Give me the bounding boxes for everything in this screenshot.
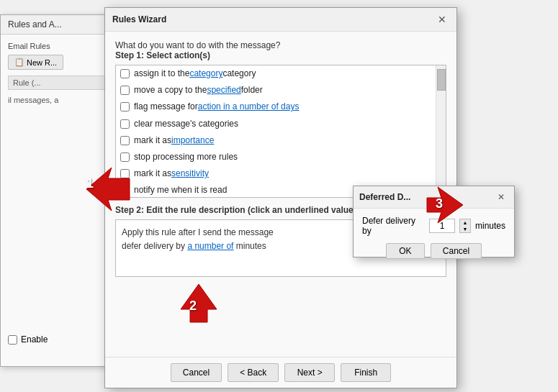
scrollbar[interactable] [436,65,446,197]
action-checkbox-category[interactable] [120,69,130,78]
action-checkbox-mark-importance[interactable] [120,136,130,145]
action-checkbox-clear-categories[interactable] [120,119,130,129]
sensitivity-link[interactable]: sensitivity [171,167,209,181]
rules-wizard-titlebar: Rules Wizard ✕ [105,8,456,32]
deferred-title: Deferred D... [359,192,410,202]
action-checkbox-notify-read[interactable] [120,186,130,195]
category-link[interactable]: category [189,67,222,81]
action-item-stop-processing[interactable]: stop processing more rules [116,149,446,165]
action-item-mark-sensitivity[interactable]: mark it as sensitivity [116,165,446,182]
deferred-ok-button[interactable]: OK [386,243,425,259]
deferred-close[interactable]: ✕ [494,190,508,204]
step1-header: What do you want to do with the message?… [115,40,446,60]
spinner-up[interactable]: ▲ [460,219,470,226]
specified-link[interactable]: specified [207,83,240,97]
action-item-flag[interactable]: flag message for action in a number of d… [116,99,446,115]
action-list[interactable]: assign it to the category category move … [115,65,446,198]
deferred-titlebar: Deferred D... ✕ [354,186,514,209]
deferred-cancel-button[interactable]: Cancel [431,243,482,259]
defer-unit: minutes [475,221,505,231]
action-item-mark-importance[interactable]: mark it as importance [116,132,446,149]
defer-value-input[interactable]: 1 [429,219,455,233]
rules-wizard-title: Rules Wizard [112,14,166,24]
deferred-delivery-dialog: Deferred D... ✕ Defer delivery by 1 ▲ ▼ … [353,186,515,257]
action-checkbox-flag[interactable] [120,102,130,111]
finish-button[interactable]: Finish [341,363,391,382]
action-item-move-copy[interactable]: move a copy to the specified folder [116,82,446,99]
importance-link[interactable]: importance [171,134,214,147]
bg-window-title: Rules and A... [8,19,62,29]
action-checkbox-mark-sensitivity[interactable] [120,169,130,178]
action-item-clear-categories[interactable]: clear message's categories [116,116,446,132]
deferred-body: Defer delivery by 1 ▲ ▼ minutes OK Cance… [354,209,514,265]
defer-input-row: Defer delivery by 1 ▲ ▼ minutes [362,216,505,236]
action-checkbox-stop-processing[interactable] [120,152,130,162]
enable-label: Enable [21,334,48,345]
cancel-button[interactable]: Cancel [171,363,222,382]
new-rule-button[interactable]: 📋 New R... [8,55,63,70]
deferred-footer: OK Cancel [362,243,505,259]
action-item-category[interactable]: assign it to the category category [116,65,446,82]
spinner: ▲ ▼ [459,219,471,233]
defer-label: Defer delivery by [362,216,425,236]
rules-wizard-footer: Cancel < Back Next > Finish [105,357,456,388]
action-checkbox-move-copy[interactable] [120,86,130,95]
back-button[interactable]: < Back [228,363,279,382]
rules-wizard-close[interactable]: ✕ [435,12,449,27]
scrollbar-thumb [437,69,446,91]
enable-checkbox[interactable] [8,335,17,345]
new-rule-icon: 📋 [14,58,24,67]
next-button[interactable]: Next > [284,363,335,382]
action-days-link[interactable]: action in a number of days [198,100,300,114]
rule-desc-number-link[interactable]: a number of [187,241,233,251]
spinner-down[interactable]: ▼ [460,226,470,232]
